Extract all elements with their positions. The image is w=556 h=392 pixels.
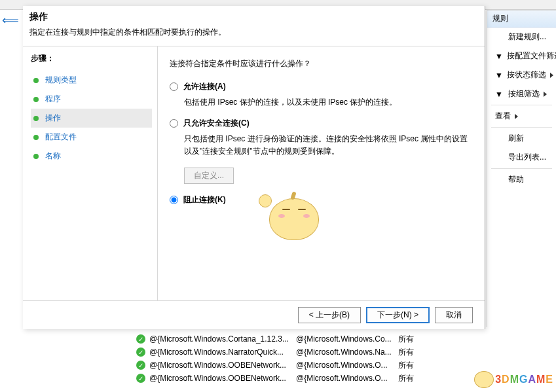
rule-profile-cell: 所有 — [398, 347, 437, 358]
action-export[interactable]: 导出列表... — [487, 148, 556, 167]
chevron-right-icon — [550, 73, 553, 78]
step-program[interactable]: 程序 — [31, 90, 152, 109]
mascot-decoration — [257, 184, 328, 246]
table-row[interactable]: ✓ @{Microsoft.Windows.NarratorQuick... @… — [136, 346, 503, 359]
step-label: 操作 — [45, 113, 61, 124]
help-icon — [495, 175, 504, 185]
action-filter-state[interactable]: ▼按状态筛选 — [487, 65, 556, 84]
allow-status-icon: ✓ — [136, 347, 145, 357]
radio-allow-secure-connection[interactable] — [170, 119, 178, 128]
allow-status-icon: ✓ — [136, 361, 145, 370]
next-button[interactable]: 下一步(N) > — [366, 307, 430, 323]
action-filter-profile[interactable]: ▼按配置文件筛选 — [487, 46, 556, 65]
radio-allow-desc: 包括使用 IPsec 保护的连接，以及未使用 IPsec 保护的连接。 — [184, 96, 470, 109]
step-name[interactable]: 名称 — [31, 147, 152, 166]
wizard-footer: < 上一步(B) 下一步(N) > 取消 — [23, 300, 485, 329]
watermark-mascot-icon — [474, 371, 494, 388]
filter-icon: ▼ — [495, 90, 504, 99]
new-rule-icon — [495, 33, 504, 42]
bullet-icon — [33, 154, 39, 159]
refresh-icon — [495, 134, 504, 143]
wizard-steps: 步骤： 规则类型 程序 操作 配置文件 名称 — [23, 46, 157, 301]
prompt-text: 连接符合指定条件时应该进行什么操作？ — [170, 58, 470, 69]
table-row[interactable]: ✓ @{Microsoft.Windows.OOBENetwork... @{M… — [136, 359, 503, 372]
rule-name-cell: @{Microsoft.Windows.Cortana_1.12.3... — [149, 334, 296, 344]
rule-profile-cell: 所有 — [398, 360, 437, 371]
dialog-title: 操作 — [29, 11, 478, 23]
rule-name-cell: @{Microsoft.Windows.OOBENetwork... — [149, 361, 296, 370]
dialog-subtitle: 指定在连接与规则中指定的条件相匹配时要执行的操作。 — [29, 27, 478, 38]
action-view[interactable]: 查看 — [487, 107, 556, 126]
actions-panel: 规则 新建规则... ▼按配置文件筛选 ▼按状态筛选 ▼按组筛选 查看 刷新 导… — [487, 10, 556, 327]
wizard-dialog: 操作 指定在连接与规则中指定的条件相匹配时要执行的操作。 步骤： 规则类型 程序… — [23, 6, 485, 329]
rule-group-cell: @{Microsoft.Windows.Na... — [296, 347, 398, 357]
rule-name-cell: @{Microsoft.Windows.OOBENetwork... — [149, 374, 296, 383]
watermark-text: 3DMGAME — [495, 374, 553, 385]
bullet-icon — [33, 116, 39, 121]
step-label: 规则类型 — [45, 75, 77, 86]
radio-allow-secure-label[interactable]: 只允许安全连接(C) — [183, 118, 250, 129]
table-row[interactable]: ✓ @{Microsoft.Windows.Cortana_1.12.3... … — [136, 332, 503, 346]
step-label: 程序 — [45, 94, 61, 105]
wizard-content: 连接符合指定条件时应该进行什么操作？ 允许连接(A) 包括使用 IPsec 保护… — [158, 46, 485, 301]
action-filter-group[interactable]: ▼按组筛选 — [487, 84, 556, 103]
step-label: 名称 — [45, 151, 61, 162]
watermark: 3DMGAME — [474, 371, 553, 388]
nav-back-icon: ⟸ — [2, 13, 19, 27]
rule-name-cell: @{Microsoft.Windows.NarratorQuick... — [149, 347, 296, 357]
cancel-button[interactable]: 取消 — [435, 307, 473, 323]
action-refresh[interactable]: 刷新 — [487, 129, 556, 148]
customize-button: 自定义... — [184, 168, 234, 184]
rule-group-cell: @{Microsoft.Windows.O... — [296, 374, 398, 383]
radio-block-label[interactable]: 阻止连接(K) — [183, 194, 226, 205]
export-icon — [495, 153, 504, 162]
allow-status-icon: ✓ — [136, 374, 145, 383]
action-help[interactable]: 帮助 — [487, 170, 556, 189]
bullet-icon — [33, 97, 39, 102]
chevron-right-icon — [515, 114, 518, 119]
steps-heading: 步骤： — [31, 53, 152, 64]
back-button[interactable]: < 上一步(B) — [298, 307, 361, 323]
chevron-right-icon — [544, 92, 547, 97]
filter-icon: ▼ — [495, 71, 503, 80]
radio-block-connection[interactable] — [170, 196, 178, 204]
allow-status-icon: ✓ — [136, 334, 145, 344]
rule-profile-cell: 所有 — [398, 334, 437, 345]
filter-icon: ▼ — [495, 52, 503, 61]
rules-list: ✓ @{Microsoft.Windows.Cortana_1.12.3... … — [136, 332, 503, 385]
table-row[interactable]: ✓ @{Microsoft.Windows.OOBENetwork... @{M… — [136, 372, 503, 385]
bullet-icon — [33, 135, 39, 140]
step-rule-type[interactable]: 规则类型 — [31, 71, 152, 90]
rule-group-cell: @{Microsoft.Windows.O... — [296, 361, 398, 370]
radio-allow-secure-desc: 只包括使用 IPsec 进行身份验证的连接。连接的安全性将依照 IPsec 属性… — [184, 133, 470, 158]
bullet-icon — [33, 78, 39, 83]
radio-allow-connection[interactable] — [170, 82, 178, 91]
step-action[interactable]: 操作 — [31, 109, 152, 128]
radio-allow-label[interactable]: 允许连接(A) — [183, 81, 226, 92]
rule-group-cell: @{Microsoft.Windows.Co... — [296, 334, 398, 344]
actions-panel-header: 规则 — [487, 10, 556, 27]
action-new-rule[interactable]: 新建规则... — [487, 27, 556, 46]
step-profile[interactable]: 配置文件 — [31, 128, 152, 147]
rule-profile-cell: 所有 — [398, 373, 437, 384]
step-label: 配置文件 — [45, 132, 77, 143]
